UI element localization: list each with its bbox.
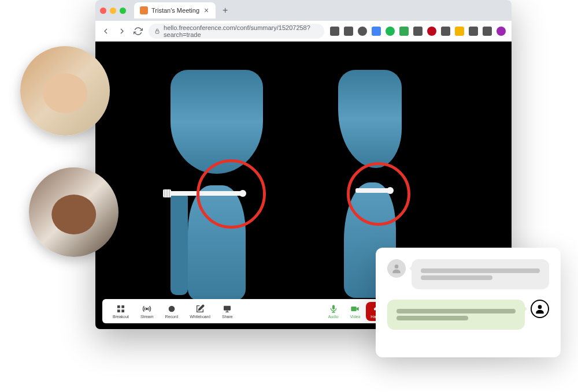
ext-icon[interactable] xyxy=(413,27,423,36)
chat-message xyxy=(387,259,549,289)
toolbar-label: Breakout xyxy=(113,315,129,319)
camera-icon xyxy=(350,304,360,313)
user-icon xyxy=(387,259,406,278)
edit-icon xyxy=(195,304,205,313)
toolbar-label: Record xyxy=(165,315,179,319)
chat-message xyxy=(387,300,549,330)
whiteboard-button[interactable]: Whiteboard xyxy=(184,304,216,319)
breakout-button[interactable]: Breakout xyxy=(107,304,135,319)
nav-controls xyxy=(101,27,143,36)
svg-point-5 xyxy=(146,308,148,309)
forward-icon[interactable] xyxy=(117,27,127,36)
audio-button[interactable]: Audio xyxy=(323,304,344,319)
ext-icon[interactable] xyxy=(469,27,478,36)
tab-favicon-icon xyxy=(140,6,148,14)
svg-point-10 xyxy=(395,264,399,268)
svg-rect-8 xyxy=(332,305,335,309)
broadcast-icon xyxy=(142,304,151,313)
user-icon xyxy=(531,300,549,318)
chat-bubble xyxy=(387,300,525,330)
ext-icon[interactable] xyxy=(455,27,464,36)
svg-rect-4 xyxy=(121,309,124,312)
record-button[interactable]: Record xyxy=(160,304,184,319)
svg-rect-1 xyxy=(117,305,120,308)
share-button[interactable]: Share xyxy=(216,304,239,319)
microphone-icon xyxy=(329,304,338,313)
toolbar-label: Video xyxy=(350,315,361,319)
annotation-circle xyxy=(347,162,410,226)
tab-bar: Tristan's Meeting × + xyxy=(95,0,512,21)
ext-icon[interactable] xyxy=(399,27,409,36)
minimize-window-button[interactable] xyxy=(110,8,116,14)
svg-rect-0 xyxy=(155,31,159,33)
participant-avatar xyxy=(20,46,110,136)
ext-icon[interactable] xyxy=(372,27,381,36)
grid-icon xyxy=(116,304,125,313)
meeting-toolbar: Breakout Stream Record Whiteboard xyxy=(102,299,396,323)
video-button[interactable]: Video xyxy=(344,304,366,319)
toolbar-label: Share xyxy=(222,315,233,319)
record-icon xyxy=(167,304,176,313)
stream-button[interactable]: Stream xyxy=(135,304,160,319)
ext-icon[interactable] xyxy=(358,27,367,36)
close-tab-icon[interactable]: × xyxy=(203,7,210,14)
svg-point-11 xyxy=(538,305,542,309)
profile-avatar-icon[interactable] xyxy=(497,27,506,36)
lock-icon xyxy=(154,28,160,35)
ext-icon[interactable] xyxy=(330,27,339,36)
browser-tab[interactable]: Tristan's Meeting × xyxy=(134,2,216,18)
url-input[interactable]: hello.freeconference.com/conf/summary/15… xyxy=(149,24,324,39)
close-window-button[interactable] xyxy=(100,8,106,14)
chat-panel xyxy=(376,248,561,357)
annotation-circle xyxy=(197,159,266,229)
tab-title: Tristan's Meeting xyxy=(151,7,199,14)
menu-icon[interactable] xyxy=(483,27,492,36)
maximize-window-button[interactable] xyxy=(120,8,126,14)
reload-icon[interactable] xyxy=(134,27,143,36)
svg-rect-3 xyxy=(117,309,120,312)
toolbar-label: Stream xyxy=(140,315,154,319)
window-controls xyxy=(100,8,131,14)
xray-image-frontal xyxy=(142,70,292,301)
back-icon[interactable] xyxy=(101,27,110,36)
toolbar-label: Audio xyxy=(328,315,339,319)
ext-icon[interactable] xyxy=(386,27,395,36)
chat-bubble xyxy=(412,259,549,289)
ext-icon[interactable] xyxy=(427,27,436,36)
svg-rect-7 xyxy=(224,305,231,310)
ext-icon[interactable] xyxy=(344,27,353,36)
address-bar: hello.freeconference.com/conf/summary/15… xyxy=(95,21,512,42)
ext-icon[interactable] xyxy=(441,27,450,36)
participant-avatar xyxy=(29,167,118,257)
svg-rect-9 xyxy=(351,307,357,311)
extension-icons xyxy=(330,27,506,36)
svg-point-6 xyxy=(169,305,175,312)
share-icon xyxy=(223,304,232,313)
new-tab-button[interactable]: + xyxy=(219,5,231,16)
toolbar-label: Whiteboard xyxy=(190,315,210,319)
svg-rect-2 xyxy=(121,305,124,308)
url-text: hello.freeconference.com/conf/summary/15… xyxy=(164,24,318,38)
